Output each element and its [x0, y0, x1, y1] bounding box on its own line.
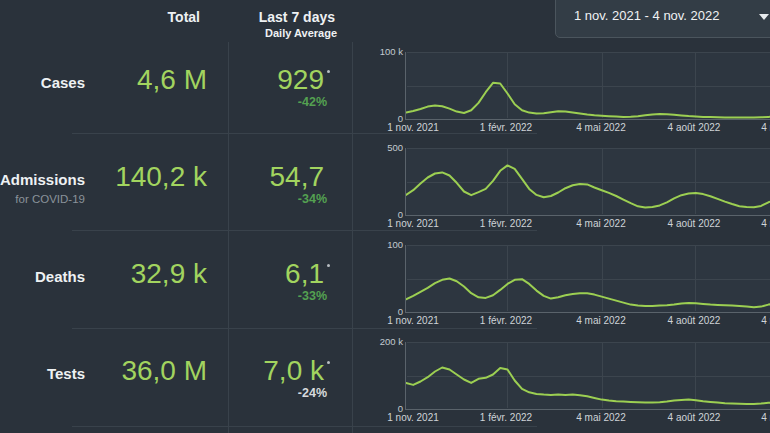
- trend-line-hospital-admissions: [406, 148, 770, 215]
- y-axis-max-label: 500: [343, 142, 403, 154]
- row-label: Tests: [47, 364, 85, 384]
- x-tick-label: 1 févr. 2022: [464, 122, 548, 134]
- x-tick-label: 4 août 2022: [652, 315, 736, 327]
- date-range-label: 1 nov. 2021 - 4 nov. 2022: [574, 8, 720, 24]
- column-header-total: Total: [168, 9, 200, 25]
- x-tick-label: 1 févr. 2022: [464, 412, 548, 424]
- x-tick-label: 4 mai 2022: [559, 218, 643, 230]
- footnote-dot: [327, 264, 330, 267]
- x-tick-label: 1 nov. 2021: [371, 412, 455, 424]
- y-axis-max-label: 100: [343, 239, 403, 251]
- chevron-down-icon: [759, 14, 769, 20]
- percent-change: -42%: [298, 95, 327, 110]
- y-axis-max-label: 100 k: [343, 46, 403, 58]
- total-value: 140,2 k: [115, 159, 207, 195]
- row-label: Hospital Admissions: [0, 170, 85, 190]
- x-tick-label: 4 août 2022: [652, 218, 736, 230]
- daily-average-value: 929: [277, 62, 324, 98]
- x-tick-label: 1 nov. 2021: [371, 122, 455, 134]
- daily-average-value: 6,1: [285, 256, 324, 292]
- footnote-dot: [327, 70, 330, 73]
- total-value: 36,0 M: [121, 353, 207, 389]
- column-header-daily-average: Daily Average: [265, 27, 337, 39]
- x-tick-label: 4 mai 2022: [559, 412, 643, 424]
- x-tick-label: 4 août 2022: [652, 412, 736, 424]
- trend-line-deaths: [406, 245, 770, 312]
- row-sublabel: for COVID-19: [15, 192, 85, 206]
- x-tick-label: 1 févr. 2022: [464, 315, 548, 327]
- x-tick-label: 4 nov. 2022: [745, 412, 770, 424]
- daily-average-value: 7,0 k: [263, 353, 324, 389]
- date-range-picker[interactable]: 1 nov. 2021 - 4 nov. 2022: [555, 0, 770, 38]
- x-tick-label: 4 nov. 2022: [745, 218, 770, 230]
- x-tick-label: 4 nov. 2022: [745, 315, 770, 327]
- x-tick-label: 1 nov. 2021: [371, 218, 455, 230]
- covid-dashboard: Total Last 7 days Daily Average 1 nov. 2…: [0, 0, 770, 433]
- y-axis-max-label: 200 k: [343, 336, 403, 348]
- total-value: 4,6 M: [137, 62, 207, 98]
- total-value: 32,9 k: [131, 256, 207, 292]
- x-tick-label: 4 août 2022: [652, 122, 736, 134]
- footnote-dot: [327, 361, 330, 364]
- x-tick-label: 4 nov. 2022: [745, 122, 770, 134]
- trend-line-tests: [406, 342, 770, 409]
- daily-average-value: 54,7: [270, 159, 325, 195]
- x-tick-label: 1 févr. 2022: [464, 218, 548, 230]
- x-tick-label: 1 nov. 2021: [371, 315, 455, 327]
- percent-change: -24%: [298, 386, 327, 401]
- x-tick-label: 4 mai 2022: [559, 122, 643, 134]
- column-header-last7days: Last 7 days: [259, 9, 335, 25]
- percent-change: -33%: [298, 289, 327, 304]
- row-label: Cases: [41, 73, 85, 93]
- row-label: Deaths: [35, 267, 85, 287]
- x-tick-label: 4 mai 2022: [559, 315, 643, 327]
- percent-change: -34%: [298, 192, 327, 207]
- trend-line-cases: [406, 52, 770, 119]
